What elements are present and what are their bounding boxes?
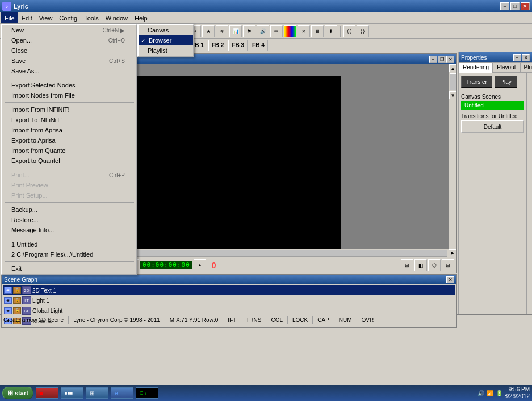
menu-edit[interactable]: Edit — [18, 12, 36, 23]
canvas-close[interactable]: ✕ — [446, 56, 454, 63]
scene-graph-close[interactable]: ✕ — [446, 276, 454, 283]
toolbar-graph[interactable]: 📊 — [229, 25, 242, 37]
toolbar-next[interactable]: ⟩⟩ — [357, 25, 369, 37]
panel-scrollbar[interactable] — [526, 73, 532, 314]
panel-minimize[interactable]: − — [513, 54, 521, 61]
menu-item-import-nodes[interactable]: Import Nodes from File — [2, 90, 136, 101]
app-title: Lyric — [14, 3, 28, 10]
menu-item-import-quantel[interactable]: Import from Quantel — [2, 145, 136, 156]
eye-icon-3[interactable]: 👁 — [4, 307, 12, 314]
menu-item-message-info[interactable]: Message Info... — [2, 225, 136, 235]
timecode-up[interactable]: ▲ — [194, 259, 206, 271]
toolbar-star[interactable]: ★ — [202, 25, 215, 37]
menu-item-recent-2[interactable]: 2 C:\Program Files\...\Untitled — [2, 249, 136, 260]
panel-body: Transfer Play Canvas Scenes Untitled Tra… — [459, 73, 532, 314]
toolbar-download[interactable]: ⬇ — [325, 25, 337, 37]
menu-config[interactable]: Config — [56, 12, 81, 23]
menu-item-export-aprisa[interactable]: Export to Aprisa — [2, 135, 136, 145]
scrollbar-vertical[interactable]: ▲ ▼ — [449, 64, 456, 249]
transport-options3[interactable]: ⬡ — [428, 259, 441, 271]
menu-window[interactable]: Window — [102, 12, 131, 23]
menu-item-save[interactable]: Save Ctrl+S — [2, 56, 136, 66]
menu-item-export-quantel[interactable]: Export to Quantel — [2, 156, 136, 166]
menu-item-print[interactable]: Print... Ctrl+P — [2, 170, 136, 180]
scroll-up[interactable]: ▲ — [449, 64, 457, 72]
scroll-down[interactable]: ▼ — [449, 91, 457, 99]
menu-item-export-infinit[interactable]: Export To iNFiNiT! — [2, 115, 136, 125]
toolbar-x[interactable]: ✕ — [298, 25, 310, 37]
transport-options2[interactable]: ◧ — [414, 259, 427, 271]
menu-tools[interactable]: Tools — [81, 12, 102, 23]
toolbar-speaker[interactable]: 🔊 — [257, 25, 269, 37]
menu-item-import-infinit[interactable]: Import From iNFiNiT! — [2, 105, 136, 115]
taskbar-item-ie[interactable]: e — [111, 387, 133, 399]
menu-help[interactable]: Help — [131, 12, 151, 23]
tray-icon-1: 🔊 — [477, 390, 484, 396]
eye-icon-1[interactable]: 👁 — [4, 287, 12, 294]
lock-icon-1[interactable]: 🔒 — [13, 287, 21, 294]
scroll-thumb[interactable] — [450, 73, 456, 90]
toolbar-prev[interactable]: ⟨⟨ — [343, 25, 355, 37]
taskbar-item-red[interactable]: ■ — [36, 387, 58, 399]
canvas-black-area[interactable] — [110, 76, 341, 249]
lock-icon-2[interactable]: 🔒 — [13, 297, 21, 304]
scene-untitled-item[interactable]: Untitled — [461, 101, 524, 110]
menu-item-import-aprisa[interactable]: Import from Aprisa — [2, 125, 136, 135]
type-icon-2: LT — [22, 296, 31, 304]
taskbar-item-icon-4: e — [115, 390, 118, 396]
transfer-button[interactable]: Transfer — [461, 76, 492, 88]
menu-item-export-nodes[interactable]: Export Selected Nodes — [2, 80, 136, 90]
toolbar-color[interactable] — [284, 25, 296, 37]
menu-item-new[interactable]: New Ctrl+N ▶ — [2, 25, 136, 35]
menu-item-print-setup-label: Print Setup... — [11, 192, 48, 199]
scene-item-2dtext1[interactable]: 👁 🔒 2D 2D Text 1 — [3, 285, 455, 295]
play-button[interactable]: Play — [495, 76, 517, 88]
status-div-6 — [287, 316, 288, 324]
menu-item-close-label: Close — [11, 47, 27, 54]
close-button[interactable]: ✕ — [521, 2, 530, 10]
fb3-button[interactable]: FB 3 — [228, 40, 248, 51]
menu-item-exit[interactable]: Exit — [2, 264, 136, 274]
toolbar-flag[interactable]: ⚑ — [243, 25, 255, 37]
canvas-minimize[interactable]: − — [429, 56, 437, 63]
scene-item-globallight[interactable]: 👁 🔒 GL Global Light — [3, 306, 455, 316]
panel-close[interactable]: ✕ — [522, 54, 530, 61]
menu-item-print-setup[interactable]: Print Setup... — [2, 190, 136, 200]
taskbar-item-color[interactable]: ■■■ — [61, 387, 83, 399]
eye-icon-2[interactable]: 👁 — [4, 297, 12, 304]
tab-playout[interactable]: Playout — [493, 62, 520, 73]
tab-plu[interactable]: Plu — [520, 62, 532, 73]
lock-icon-3[interactable]: 🔒 — [13, 307, 21, 314]
menu-item-print-preview[interactable]: Print Preview — [2, 180, 136, 190]
tab-rendering[interactable]: Rendering — [459, 62, 493, 73]
toolbar-grid[interactable]: # — [216, 25, 228, 37]
fb4-button[interactable]: FB 4 — [249, 40, 268, 51]
maximize-button[interactable]: □ — [510, 2, 520, 10]
transport-options4[interactable]: ⊟ — [442, 259, 454, 271]
toolbar-pencil[interactable]: ✏ — [270, 25, 283, 37]
submenu-canvas[interactable]: Canvas — [139, 25, 193, 35]
start-button[interactable]: ⊞ start — [2, 387, 33, 399]
menu-item-close[interactable]: Close — [2, 45, 136, 56]
taskbar-item-terminal[interactable]: C:\ — [136, 387, 158, 399]
properties-panel: Properties − ✕ Rendering Playout Plu ◀ ▶… — [458, 52, 532, 314]
canvas-restore[interactable]: ❐ — [438, 56, 446, 63]
menu-file[interactable]: File — [1, 12, 18, 23]
menu-item-saveas[interactable]: Save As... — [2, 66, 136, 76]
submenu-playlist[interactable]: Playlist — [139, 45, 193, 56]
submenu-browser[interactable]: Browser — [139, 35, 193, 45]
taskbar-item-grid[interactable]: ⊞ — [86, 387, 108, 399]
scroll-right[interactable]: ▶ — [449, 249, 456, 257]
menu-item-restore[interactable]: Restore... — [2, 215, 136, 225]
menu-view[interactable]: View — [36, 12, 56, 23]
minimize-button[interactable]: − — [500, 2, 509, 10]
menu-item-recent-1[interactable]: 1 Untitled — [2, 239, 136, 249]
menu-item-backup[interactable]: Backup... — [2, 204, 136, 215]
menu-item-open[interactable]: Open... Ctrl+O — [2, 35, 136, 45]
toolbar-monitor[interactable]: 🖥 — [311, 25, 324, 37]
fb2-button[interactable]: FB 2 — [208, 40, 228, 51]
transport-options1[interactable]: ⊞ — [401, 259, 413, 271]
default-button[interactable]: Default — [461, 120, 524, 133]
scene-item-light1[interactable]: 👁 🔒 LT Light 1 — [3, 295, 455, 306]
status-ovr: OVR — [362, 317, 374, 323]
